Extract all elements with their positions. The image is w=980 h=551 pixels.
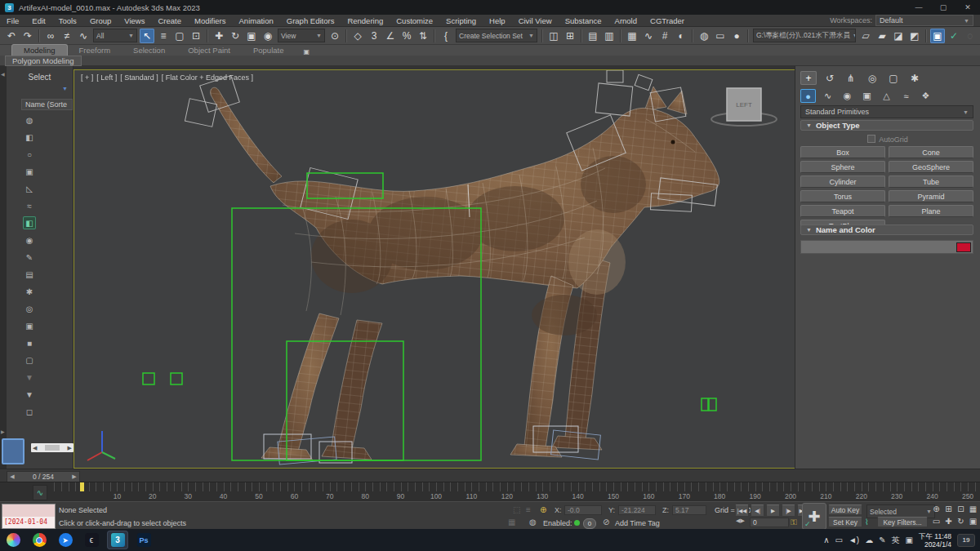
mini-curve-editor-button[interactable]: ∿ — [33, 485, 47, 500]
name-color-rollout-header[interactable]: ▼ Name and Color — [800, 224, 973, 235]
filter-materials-icon[interactable]: ◉ — [23, 233, 36, 247]
menu-item-views[interactable]: Views — [118, 15, 151, 27]
zoom-extents-all-button[interactable]: ▦ — [968, 504, 978, 514]
3dsmax-taskbar-button[interactable]: 3 — [107, 531, 128, 549]
layer-explorer-toggle-button[interactable]: ▥ — [602, 29, 617, 43]
viewport-menu-visual-style[interactable]: [ Standard ] — [120, 73, 158, 82]
object-button-sphere[interactable]: Sphere — [800, 161, 885, 173]
subcategory-dropdown[interactable]: Standard Primitives ▼ — [800, 105, 973, 118]
undo-button[interactable]: ↶ — [4, 29, 19, 43]
key-mode-toggle-icon[interactable]: ◀▶ — [736, 518, 745, 524]
systems-category[interactable]: ❖ — [918, 89, 933, 103]
menu-item-file[interactable]: File — [0, 15, 25, 27]
security-icon[interactable]: ▣ — [906, 535, 913, 544]
spacewarps-category[interactable]: ≈ — [898, 89, 914, 103]
object-button-pyramid[interactable]: Pyramid — [889, 190, 973, 202]
filter-groups-icon[interactable]: ▣ — [23, 319, 36, 332]
set-key-button[interactable]: Set Key — [828, 517, 862, 527]
expand-left-arrow-icon[interactable]: ▶ — [1, 429, 5, 434]
object-color-swatch[interactable] — [956, 242, 971, 252]
bind-to-space-warp-button[interactable]: ∿ — [76, 29, 91, 43]
ime-indicator[interactable]: 英 — [892, 535, 900, 546]
angle-snap-button[interactable]: ∠ — [383, 29, 398, 43]
dark-app-button[interactable]: ϵ — [81, 531, 102, 549]
clock[interactable]: 下午 11:48 2024/1/4 — [919, 532, 951, 549]
maximize-button[interactable]: ▢ — [931, 0, 956, 15]
next-frame-arrow-icon[interactable]: ▶ — [69, 473, 79, 480]
pan-button[interactable]: ✚ — [943, 516, 954, 527]
percent-snap-button[interactable]: % — [399, 29, 414, 43]
menu-item-civil-view[interactable]: Civil View — [512, 15, 559, 27]
current-frame-field[interactable]: 0 — [750, 518, 789, 527]
photoshop-app-button[interactable]: Ps — [133, 531, 154, 549]
time-tag-lock-icon[interactable]: ▦ — [508, 518, 515, 527]
maximize-viewport-button[interactable]: ▣ — [968, 516, 978, 527]
select-and-link-button[interactable]: ∞ — [43, 29, 58, 43]
set-key-filters-icon[interactable]: ⌇ — [865, 518, 869, 527]
helpers-category[interactable]: △ — [879, 89, 894, 103]
ribbon-toggle-button[interactable]: ▦ — [625, 29, 639, 43]
object-button-plane[interactable]: Plane — [889, 205, 973, 217]
select-and-place-button[interactable]: ◉ — [261, 29, 275, 43]
render-preset-3-button[interactable]: ◪ — [891, 29, 906, 43]
render-preset-4-button[interactable]: ◩ — [907, 29, 922, 43]
orbit-button[interactable]: ↻ — [956, 516, 966, 527]
filter-funnel-active-icon[interactable]: ▼ — [23, 388, 36, 401]
time-slider[interactable]: ◀ 0 / 254 ▶ — [7, 471, 80, 482]
rendered-frame-button[interactable]: ▭ — [713, 29, 728, 43]
schematic-view-button[interactable]: # — [657, 29, 672, 43]
close-button[interactable]: ✕ — [956, 0, 980, 15]
viewport-menu-shading[interactable]: [ Flat Color + Edged Faces ] — [162, 73, 253, 82]
chrome-app-button[interactable] — [29, 531, 50, 549]
horizontal-scrollbar[interactable]: ◀ ▶ — [31, 443, 74, 452]
select-and-move-button[interactable]: ✚ — [212, 29, 226, 43]
selection-region-button[interactable]: ▢ — [172, 29, 187, 43]
menu-item-customize[interactable]: Customize — [390, 15, 439, 27]
key-filters-button[interactable]: Key Filters... — [877, 517, 928, 527]
scroll-right-icon[interactable]: ▶ — [68, 445, 72, 451]
filter-box-icon[interactable]: ◻ — [23, 405, 36, 418]
render-gpu-button[interactable]: ◌ — [963, 29, 978, 43]
hidden-icons-chevron[interactable]: ∧ — [823, 535, 829, 544]
menu-item-scripting[interactable]: Scripting — [439, 15, 483, 27]
object-button-cone[interactable]: Cone — [889, 146, 973, 158]
network-icon[interactable]: ▭ — [835, 535, 842, 544]
lights-category[interactable]: ◉ — [840, 89, 855, 103]
ribbon-tab-modeling[interactable]: Modeling — [11, 44, 68, 56]
create-selection-set-dropdown[interactable]: Create Selection Set▼ — [456, 29, 537, 42]
named-selection-sets-button[interactable]: { — [439, 29, 453, 43]
pointer-app-button[interactable]: ➤ — [55, 531, 76, 549]
hierarchy-tab[interactable]: ⋔ — [843, 71, 859, 85]
object-type-rollout-header[interactable]: ▼ Object Type — [800, 120, 973, 131]
filter-containers-icon[interactable]: ▤ — [23, 268, 36, 281]
menu-item-cgtrader[interactable]: CGTrader — [644, 15, 691, 27]
object-button-box[interactable]: Box — [800, 146, 885, 158]
redo-button[interactable]: ↷ — [20, 29, 35, 43]
select-object-button[interactable]: ↖ — [140, 29, 154, 43]
select-by-name-button[interactable]: ≡ — [156, 29, 171, 43]
cameras-category[interactable]: ▣ — [859, 89, 875, 103]
scene-explorer-toggle-button[interactable]: ▤ — [586, 29, 600, 43]
scroll-left-icon[interactable]: ◀ — [33, 445, 37, 451]
menu-item-edit[interactable]: Edit — [25, 15, 51, 27]
render-preset-2-button[interactable]: ▰ — [875, 29, 889, 43]
notification-badge[interactable]: 19 — [957, 534, 975, 547]
object-button-tube[interactable]: Tube — [889, 176, 973, 188]
menu-item-arnold[interactable]: Arnold — [608, 15, 644, 27]
menu-item-help[interactable]: Help — [483, 15, 512, 27]
menu-item-group[interactable]: Group — [83, 15, 118, 27]
large-plus-toggle-button[interactable]: ✚✓ — [802, 503, 826, 530]
render-button[interactable]: ● — [729, 29, 744, 43]
x-coordinate-field[interactable]: -0.0 — [564, 505, 602, 515]
modify-tab[interactable]: ↺ — [822, 71, 838, 85]
viewport-menu-plus[interactable]: [ + ] — [81, 73, 93, 82]
add-time-tag[interactable]: Add Time Tag — [615, 519, 660, 527]
menu-item-graph-editors[interactable]: Graph Editors — [280, 15, 341, 27]
filter-geometry-icon[interactable]: ◧ — [23, 216, 36, 229]
viewport-layout-button[interactable]: ▣ — [930, 29, 945, 43]
play-button[interactable]: ▶ — [766, 504, 780, 517]
zoom-all-button[interactable]: ⊞ — [943, 504, 954, 514]
timeline-playhead[interactable] — [80, 482, 84, 491]
go-to-start-button[interactable]: |◀◀ — [735, 504, 749, 517]
object-button-teapot[interactable]: Teapot — [800, 205, 885, 217]
